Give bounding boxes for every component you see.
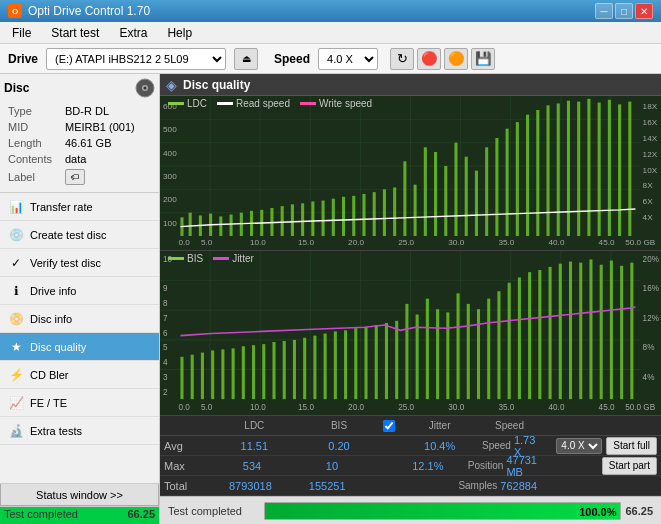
svg-rect-48 [230,215,233,236]
svg-rect-146 [375,325,378,399]
svg-rect-75 [506,129,509,236]
svg-rect-64 [393,187,396,236]
svg-rect-74 [495,138,498,236]
svg-rect-147 [385,323,388,399]
svg-text:15.0: 15.0 [298,402,314,412]
disc-contents-value[interactable]: data [63,152,153,166]
minimize-button[interactable]: ─ [595,3,613,19]
extra-tests-icon: 🔬 [8,423,24,439]
read-speed-legend-color [217,102,233,105]
svg-rect-128 [191,355,194,399]
status-progress-bar: Test completed 66.25 [0,506,159,524]
nav-item-fe-te[interactable]: 📈 FE / TE [0,389,159,417]
stats-max-ldc: 534 [212,460,292,472]
svg-text:100: 100 [163,219,177,228]
menu-file[interactable]: File [4,24,39,42]
svg-text:18X: 18X [643,102,658,111]
start-full-button[interactable]: Start full [606,437,657,455]
nav-item-cd-bler[interactable]: ⚡ CD Bler [0,361,159,389]
bottom-progress-pct: 100.0% [579,504,616,520]
svg-text:8X: 8X [643,182,654,191]
options-button1[interactable]: 🔴 [417,48,441,70]
stats-total-label: Total [164,480,212,492]
close-button[interactable]: ✕ [635,3,653,19]
save-button[interactable]: 💾 [471,48,495,70]
nav-label-disc-info: Disc info [30,313,72,325]
svg-rect-153 [446,312,449,399]
stats-avg-label: Avg [164,440,212,452]
nav-item-verify-test-disc[interactable]: ✓ Verify test disc [0,249,159,277]
svg-rect-63 [383,189,386,236]
svg-rect-68 [434,152,437,236]
disc-quality-icon: ★ [8,339,24,355]
svg-rect-47 [219,216,222,236]
svg-rect-127 [180,357,183,399]
svg-rect-129 [201,353,204,400]
drive-select[interactable]: (E:) ATAPI iHBS212 2 5L09 [46,48,226,70]
stats-max-jitter: 12.1% [388,460,468,472]
nav-item-transfer-rate[interactable]: 📊 Transfer rate [0,193,159,221]
status-btn-label: Status window >> [36,489,123,501]
disc-length-value: 46.61 GB [63,136,153,150]
options-button2[interactable]: 🟠 [444,48,468,70]
stats-jitter-header: Jitter [397,420,482,431]
nav-item-drive-info[interactable]: ℹ Drive info [0,277,159,305]
nav-item-create-test-disc[interactable]: 💿 Create test disc [0,221,159,249]
svg-rect-138 [293,340,296,399]
refresh-button[interactable]: ↻ [390,48,414,70]
stats-speed-select-container[interactable]: 4.0 X Start full [537,437,657,455]
svg-rect-81 [567,101,570,236]
maximize-button[interactable]: □ [615,3,633,19]
svg-text:0.0: 0.0 [178,239,190,248]
speed-select[interactable]: 4.0 X [318,48,378,70]
svg-rect-60 [352,196,355,236]
nav-label-extra-tests: Extra tests [30,425,82,437]
nav-item-disc-info[interactable]: 📀 Disc info [0,305,159,333]
svg-text:30.0: 30.0 [448,402,464,412]
label-edit-button[interactable]: 🏷 [65,169,85,185]
svg-text:40.0: 40.0 [549,239,566,248]
svg-rect-165 [569,262,572,400]
svg-text:10.0: 10.0 [250,239,267,248]
svg-text:35.0: 35.0 [498,239,515,248]
stats-max-label: Max [164,460,212,472]
stats-speed-select[interactable]: 4.0 X [556,438,602,454]
svg-text:25.0: 25.0 [398,239,415,248]
svg-text:500: 500 [163,126,177,135]
app-icon: O [8,4,22,18]
status-window-button[interactable]: Status window >> [0,484,159,506]
svg-rect-58 [332,199,335,236]
ldc-legend-label: LDC [187,98,207,109]
svg-rect-156 [477,309,480,399]
svg-rect-171 [630,263,633,399]
eject-button[interactable]: ⏏ [234,48,258,70]
stats-max-position: 47731 MB [506,454,537,478]
upper-legend: LDC Read speed Write speed [168,98,372,109]
menu-help[interactable]: Help [159,24,200,42]
svg-rect-85 [608,100,611,236]
jitter-checkbox[interactable] [383,420,395,432]
svg-text:16X: 16X [643,118,658,127]
svg-rect-77 [526,115,529,236]
bis-legend-color [168,257,184,260]
jitter-legend-color [213,257,229,260]
jitter-checkbox-container[interactable] [381,420,397,432]
create-test-disc-icon: 💿 [8,227,24,243]
svg-text:6: 6 [163,328,168,338]
start-part-button[interactable]: Start part [602,457,657,475]
disc-contents-label: Contents [6,152,61,166]
menu-extra[interactable]: Extra [111,24,155,42]
menu-start-test[interactable]: Start test [43,24,107,42]
lower-chart-svg: 10 9 8 7 6 5 4 3 2 20% 16% 12% 8% 4% 0.0… [160,251,661,415]
svg-rect-140 [313,336,316,399]
nav-item-disc-quality[interactable]: ★ Disc quality [0,333,159,361]
nav-label-disc-quality: Disc quality [30,341,86,353]
svg-rect-132 [232,348,235,399]
nav-item-extra-tests[interactable]: 🔬 Extra tests [0,417,159,445]
bottom-status-bar: Test completed 100.0% 66.25 [160,496,661,524]
speed-label: Speed [274,52,310,66]
stats-speed-label: Speed [482,440,511,451]
svg-text:400: 400 [163,149,177,158]
svg-rect-61 [362,194,365,236]
jitter-legend-label: Jitter [232,253,254,264]
